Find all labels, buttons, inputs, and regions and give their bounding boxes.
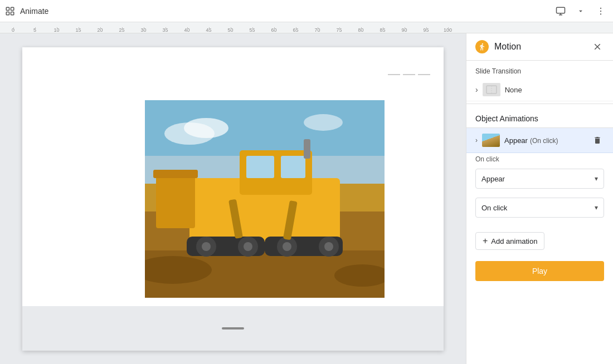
- svg-point-34: [324, 242, 333, 251]
- ruler-mark: 55: [241, 27, 263, 33]
- ruler-mark: 60: [263, 27, 285, 33]
- present-button[interactable]: [553, 3, 568, 19]
- slide-image: [145, 100, 385, 298]
- appear-dropdown-arrow-icon: ▾: [595, 175, 598, 183]
- svg-point-30: [244, 242, 252, 251]
- svg-point-8: [600, 10, 601, 11]
- slide-bottom-stripe: [22, 306, 444, 351]
- add-animation-label: Add animation: [491, 237, 537, 245]
- svg-rect-39: [486, 86, 497, 94]
- ruler-mark: 50: [220, 27, 241, 33]
- more-button[interactable]: [593, 3, 609, 19]
- on-click-dropdown-row: On click ▾: [466, 193, 613, 222]
- anim-chevron-icon: ›: [475, 136, 478, 144]
- plus-icon: +: [483, 236, 488, 246]
- slide[interactable]: rends t amet, consectetur adipiscing eli…: [22, 47, 444, 351]
- on-click-dropdown-arrow-icon: ▾: [595, 204, 598, 211]
- anim-thumbnail: [482, 134, 500, 147]
- svg-rect-20: [246, 156, 274, 178]
- motion-icon: [475, 40, 489, 53]
- svg-point-13: [184, 118, 228, 138]
- ruler-mark: 45: [198, 27, 220, 33]
- main-area: rends t amet, consectetur adipiscing eli…: [0, 33, 613, 364]
- svg-point-28: [202, 242, 211, 251]
- ruler-mark: 0: [2, 27, 24, 33]
- toolbar-title: Animate: [20, 7, 48, 16]
- dropdown-button[interactable]: [573, 3, 588, 19]
- ruler-mark: 15: [67, 27, 89, 33]
- transition-thumbnail: [483, 83, 500, 96]
- motion-panel: Motion Slide Transition › None Object An…: [466, 33, 613, 364]
- svg-point-32: [283, 242, 291, 251]
- ruler-mark: 5: [24, 27, 46, 33]
- svg-point-14: [304, 114, 343, 131]
- toolbar: Animate: [0, 0, 613, 22]
- svg-rect-21: [281, 156, 305, 178]
- svg-rect-24: [153, 170, 198, 178]
- ruler-mark: 80: [350, 27, 372, 33]
- anim-info: Appear(On click): [504, 136, 586, 145]
- panel-title: Motion: [494, 42, 585, 52]
- on-click-dropdown[interactable]: On click ▾: [475, 198, 604, 218]
- play-button[interactable]: Play: [475, 261, 604, 281]
- svg-rect-1: [11, 7, 14, 10]
- slide-transition-label: Slide Transition: [466, 61, 613, 78]
- ruler-mark: 40: [176, 27, 198, 33]
- ruler-mark: 20: [89, 27, 111, 33]
- add-animation-button[interactable]: + Add animation: [475, 232, 544, 250]
- menu-icon[interactable]: [4, 6, 16, 17]
- appear-dropdown[interactable]: Appear ▾: [475, 169, 604, 189]
- svg-rect-2: [6, 12, 9, 14]
- animation-name: Appear(On click): [504, 136, 586, 145]
- play-button-label: Play: [532, 267, 547, 276]
- anim-trigger-display: On click: [466, 153, 613, 164]
- ruler-mark: 35: [154, 27, 176, 33]
- spacer: [466, 222, 613, 227]
- header-line: [403, 74, 415, 75]
- on-click-dropdown-label: On click: [481, 204, 507, 212]
- svg-rect-3: [11, 12, 14, 14]
- ruler: 0 5 10 15 20 25 30 35 40 45 50 55 60 65 …: [0, 22, 613, 33]
- header-line: [388, 74, 400, 75]
- svg-point-9: [600, 13, 601, 14]
- header-line: [418, 74, 430, 75]
- svg-point-7: [600, 7, 601, 8]
- object-animations-header: Object Animations: [466, 106, 613, 128]
- page-indicator: [222, 327, 244, 329]
- appear-dropdown-row: Appear ▾: [466, 164, 613, 193]
- svg-rect-0: [6, 7, 9, 10]
- svg-rect-23: [156, 173, 195, 228]
- panel-header: Motion: [466, 33, 613, 61]
- ruler-mark: 70: [306, 27, 328, 33]
- svg-rect-22: [304, 139, 310, 159]
- svg-rect-4: [557, 7, 565, 13]
- section-separator: [466, 104, 613, 104]
- toolbar-right: [553, 3, 609, 19]
- appear-dropdown-label: Appear: [481, 175, 505, 183]
- ruler-mark: 85: [372, 27, 393, 33]
- chevron-right-icon: ›: [475, 85, 478, 94]
- ruler-mark: 25: [111, 27, 133, 33]
- ruler-mark: 10: [46, 27, 67, 33]
- animation-item[interactable]: › Appear(On click): [466, 128, 613, 153]
- transition-row[interactable]: › None: [466, 78, 613, 101]
- ruler-mark: 100: [437, 27, 459, 33]
- ruler-mark: 30: [133, 27, 154, 33]
- ruler-mark: 75: [328, 27, 350, 33]
- delete-animation-button[interactable]: [591, 134, 604, 147]
- ruler-mark: 65: [285, 27, 306, 33]
- canvas-area[interactable]: rends t amet, consectetur adipiscing eli…: [0, 33, 466, 364]
- ruler-mark: 95: [415, 27, 437, 33]
- close-button[interactable]: [591, 40, 604, 53]
- ruler-mark: 90: [393, 27, 415, 33]
- slide-header-bar: [388, 74, 430, 75]
- ruler-marks: 0 5 10 15 20 25 30 35 40 45 50 55 60 65 …: [0, 22, 613, 33]
- transition-name: None: [505, 86, 604, 94]
